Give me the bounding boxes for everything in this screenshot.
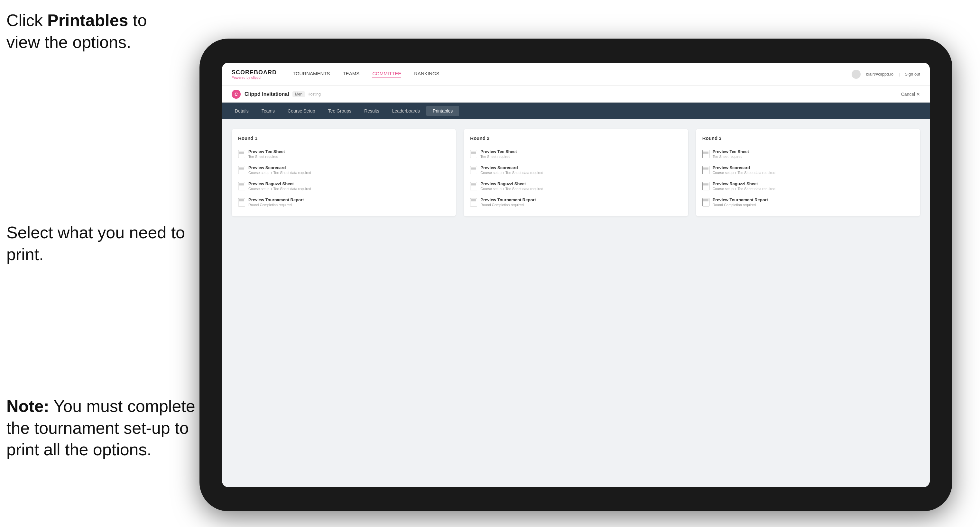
- round-2-tee-sheet[interactable]: Preview Tee Sheet Tee Sheet required: [470, 146, 681, 162]
- instruction-top: Click Printables toview the options.: [6, 10, 147, 53]
- top-nav-links: TOURNAMENTS TEAMS COMMITTEE RANKINGS: [293, 71, 852, 78]
- tournament-report-sublabel-r1: Round Completion required: [248, 203, 449, 207]
- tournament-report-icon-r1: [238, 198, 245, 206]
- scorecard-text-r2: Preview Scorecard Course setup + Tee She…: [480, 165, 681, 175]
- raguzzi-sublabel-r2: Course setup + Tee Sheet data required: [480, 187, 681, 190]
- tab-tee-groups[interactable]: Tee Groups: [322, 106, 358, 116]
- tab-printables[interactable]: Printables: [426, 106, 459, 116]
- tab-teams[interactable]: Teams: [255, 106, 281, 116]
- tournament-report-text-r1: Preview Tournament Report Round Completi…: [248, 197, 449, 207]
- tee-sheet-icon-r3: [702, 150, 710, 158]
- tee-sheet-label-r3: Preview Tee Sheet: [713, 149, 914, 154]
- round-1-scorecard[interactable]: Preview Scorecard Course setup + Tee She…: [238, 162, 449, 178]
- round-3-section: Round 3 Preview Tee Sheet Tee Sheet requ…: [696, 129, 920, 216]
- logo-area: SCOREBOARD Powered by clippd: [232, 69, 277, 79]
- instruction-bottom: Note: You must complete the tournament s…: [6, 395, 199, 461]
- scorecard-label-r2: Preview Scorecard: [480, 165, 681, 170]
- raguzzi-sublabel-r1: Course setup + Tee Sheet data required: [248, 187, 449, 190]
- raguzzi-label-r1: Preview Raguzzi Sheet: [248, 181, 449, 186]
- round-3-tee-sheet[interactable]: Preview Tee Sheet Tee Sheet required: [702, 146, 914, 162]
- nav-tournaments[interactable]: TOURNAMENTS: [293, 71, 330, 78]
- tee-sheet-text-r3: Preview Tee Sheet Tee Sheet required: [713, 149, 914, 159]
- raguzzi-text-r3: Preview Raguzzi Sheet Course setup + Tee…: [713, 181, 914, 190]
- round-3-tournament-report[interactable]: Preview Tournament Report Round Completi…: [702, 194, 914, 210]
- instruction-bottom-text: Note: You must complete the tournament s…: [6, 397, 195, 459]
- tee-sheet-sublabel-r1: Tee Sheet required: [248, 155, 449, 159]
- raguzzi-icon-r3: [702, 182, 710, 190]
- instruction-middle-text: Select what you need to print.: [6, 223, 185, 264]
- scorecard-text-r3: Preview Scorecard Course setup + Tee She…: [713, 165, 914, 175]
- scorecard-label-r1: Preview Scorecard: [248, 165, 449, 170]
- scorecard-sublabel-r2: Course setup + Tee Sheet data required: [480, 171, 681, 175]
- sub-header: C Clippd Invitational Men Hosting Cancel…: [222, 86, 930, 103]
- nav-committee[interactable]: COMMITTEE: [372, 71, 401, 78]
- tournament-report-icon-r2: [470, 198, 477, 206]
- tablet-device: SCOREBOARD Powered by clippd TOURNAMENTS…: [199, 38, 952, 511]
- instruction-bottom-bold: Note:: [6, 397, 49, 416]
- scorecard-icon-r2: [470, 166, 477, 174]
- tournament-report-label-r2: Preview Tournament Report: [480, 197, 681, 202]
- cancel-button[interactable]: Cancel ✕: [901, 92, 920, 97]
- tournament-report-sublabel-r3: Round Completion required: [713, 203, 914, 207]
- tab-leaderboards[interactable]: Leaderboards: [386, 106, 426, 116]
- tournament-report-sublabel-r2: Round Completion required: [480, 203, 681, 207]
- round-1-tournament-report[interactable]: Preview Tournament Report Round Completi…: [238, 194, 449, 210]
- raguzzi-text-r1: Preview Raguzzi Sheet Course setup + Tee…: [248, 181, 449, 190]
- tab-bar: Details Teams Course Setup Tee Groups Re…: [222, 103, 930, 119]
- round-2-section: Round 2 Preview Tee Sheet Tee Sheet requ…: [464, 129, 688, 216]
- round-2-scorecard[interactable]: Preview Scorecard Course setup + Tee She…: [470, 162, 681, 178]
- raguzzi-text-r2: Preview Raguzzi Sheet Course setup + Tee…: [480, 181, 681, 190]
- tee-sheet-text-r2: Preview Tee Sheet Tee Sheet required: [480, 149, 681, 159]
- tournament-report-icon-r3: [702, 198, 710, 206]
- tournament-report-text-r3: Preview Tournament Report Round Completi…: [713, 197, 914, 207]
- tournament-report-label-r1: Preview Tournament Report: [248, 197, 449, 202]
- nav-teams[interactable]: TEAMS: [343, 71, 360, 78]
- logo-sub: Powered by clippd: [232, 76, 277, 79]
- round-3-raguzzi[interactable]: Preview Raguzzi Sheet Course setup + Tee…: [702, 178, 914, 194]
- tournament-name: Clippd Invitational: [245, 91, 289, 97]
- round-1-section: Round 1 Preview Tee Sheet Tee Sheet requ…: [232, 129, 456, 216]
- round-1-title: Round 1: [238, 135, 449, 141]
- raguzzi-label-r3: Preview Raguzzi Sheet: [713, 181, 914, 186]
- logo-text: SCOREBOARD: [232, 69, 277, 76]
- tournament-badge: Men: [293, 91, 305, 97]
- tee-sheet-icon-r2: [470, 150, 477, 158]
- round-2-title: Round 2: [470, 135, 681, 141]
- raguzzi-icon-r1: [238, 182, 245, 190]
- scorecard-sublabel-r3: Course setup + Tee Sheet data required: [713, 171, 914, 175]
- raguzzi-sublabel-r3: Course setup + Tee Sheet data required: [713, 187, 914, 190]
- main-content: Round 1 Preview Tee Sheet Tee Sheet requ…: [222, 119, 930, 487]
- instruction-middle: Select what you need to print.: [6, 222, 193, 265]
- hosting-badge: Hosting: [307, 92, 321, 97]
- round-1-tee-sheet[interactable]: Preview Tee Sheet Tee Sheet required: [238, 146, 449, 162]
- round-3-scorecard[interactable]: Preview Scorecard Course setup + Tee She…: [702, 162, 914, 178]
- tournament-report-text-r2: Preview Tournament Report Round Completi…: [480, 197, 681, 207]
- tee-sheet-sublabel-r2: Tee Sheet required: [480, 155, 681, 159]
- scorecard-sublabel-r1: Course setup + Tee Sheet data required: [248, 171, 449, 175]
- nav-rankings[interactable]: RANKINGS: [414, 71, 439, 78]
- user-email: blair@clippd.io: [866, 72, 893, 76]
- round-2-tournament-report[interactable]: Preview Tournament Report Round Completi…: [470, 194, 681, 210]
- scorecard-icon-r1: [238, 166, 245, 174]
- instruction-bold: Printables: [47, 11, 128, 30]
- tab-details[interactable]: Details: [228, 106, 255, 116]
- instruction-top-text: Click Printables toview the options.: [6, 11, 147, 51]
- user-avatar: [852, 70, 861, 79]
- separator: |: [899, 72, 900, 76]
- tee-sheet-text-r1: Preview Tee Sheet Tee Sheet required: [248, 149, 449, 159]
- round-1-raguzzi[interactable]: Preview Raguzzi Sheet Course setup + Tee…: [238, 178, 449, 194]
- scorecard-label-r3: Preview Scorecard: [713, 165, 914, 170]
- scorecard-icon-r3: [702, 166, 710, 174]
- top-nav-right: blair@clippd.io | Sign out: [852, 70, 920, 79]
- tee-sheet-label-r2: Preview Tee Sheet: [480, 149, 681, 154]
- rounds-container: Round 1 Preview Tee Sheet Tee Sheet requ…: [232, 129, 920, 216]
- round-2-raguzzi[interactable]: Preview Raguzzi Sheet Course setup + Tee…: [470, 178, 681, 194]
- raguzzi-icon-r2: [470, 182, 477, 190]
- raguzzi-label-r2: Preview Raguzzi Sheet: [480, 181, 681, 186]
- tab-results[interactable]: Results: [358, 106, 386, 116]
- sign-out-link[interactable]: Sign out: [905, 72, 920, 76]
- tab-course-setup[interactable]: Course Setup: [281, 106, 322, 116]
- tee-sheet-sublabel-r3: Tee Sheet required: [713, 155, 914, 159]
- tablet-screen: SCOREBOARD Powered by clippd TOURNAMENTS…: [222, 63, 930, 487]
- tee-sheet-label-r1: Preview Tee Sheet: [248, 149, 449, 154]
